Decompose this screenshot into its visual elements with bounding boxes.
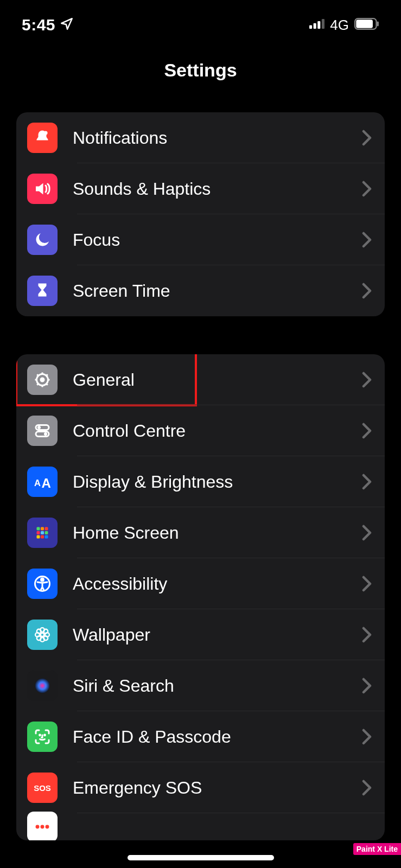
chevron-right-icon xyxy=(362,130,372,146)
row-label: General xyxy=(73,370,362,390)
settings-row-sounds[interactable]: Sounds & Haptics xyxy=(16,163,385,214)
chevron-right-icon xyxy=(362,729,372,745)
svg-rect-27 xyxy=(37,531,40,534)
chevron-right-icon xyxy=(362,423,372,439)
row-label: Siri & Search xyxy=(73,676,362,696)
accessibility-icon xyxy=(27,569,58,599)
settings-row-wallpaper[interactable]: Wallpaper xyxy=(16,609,385,660)
row-label: Control Centre xyxy=(73,421,362,441)
row-label: Sounds & Haptics xyxy=(73,179,362,199)
svg-rect-1 xyxy=(314,23,316,29)
row-label: Emergency SOS xyxy=(73,778,362,798)
svg-rect-3 xyxy=(322,19,324,29)
svg-point-46 xyxy=(44,735,46,736)
row-label: Accessibility xyxy=(73,574,362,594)
row-label: Focus xyxy=(73,230,362,250)
chevron-right-icon xyxy=(362,627,372,643)
page-title: Settings xyxy=(0,60,401,81)
settings-row-home-screen[interactable]: Home Screen xyxy=(16,507,385,558)
status-left: 5:45 xyxy=(22,16,74,34)
watermark: Paint X Lite xyxy=(353,843,401,855)
settings-group-1: Notifications Sounds & Haptics Focus Scr… xyxy=(16,112,385,316)
settings-row-partial[interactable] xyxy=(16,813,385,840)
svg-rect-6 xyxy=(377,22,379,27)
chevron-right-icon xyxy=(362,232,372,248)
row-label: Wallpaper xyxy=(73,625,362,645)
settings-row-control-centre[interactable]: Control Centre xyxy=(16,405,385,456)
network-label: 4G xyxy=(330,17,349,34)
settings-row-sos[interactable]: SOS Emergency SOS xyxy=(16,762,385,813)
chevron-right-icon xyxy=(362,283,372,299)
svg-point-43 xyxy=(43,636,48,640)
svg-point-40 xyxy=(37,629,41,634)
moon-icon xyxy=(27,225,58,255)
row-label: Home Screen xyxy=(73,523,362,543)
exposure-icon xyxy=(27,812,58,840)
status-right: 4G xyxy=(309,17,379,34)
settings-row-faceid[interactable]: Face ID & Passcode xyxy=(16,711,385,762)
row-label: Face ID & Passcode xyxy=(73,727,362,747)
settings-row-accessibility[interactable]: Accessibility xyxy=(16,558,385,609)
text-size-icon: AA xyxy=(27,467,58,497)
settings-row-notifications[interactable]: Notifications xyxy=(16,112,385,163)
chevron-right-icon xyxy=(362,372,372,388)
faceid-icon xyxy=(27,722,58,752)
siri-icon xyxy=(27,671,58,701)
svg-point-49 xyxy=(41,825,44,829)
settings-row-siri[interactable]: Siri & Search xyxy=(16,660,385,711)
svg-rect-28 xyxy=(41,531,44,534)
svg-point-19 xyxy=(37,426,41,429)
settings-group-2: General Control Centre AA Display & Brig… xyxy=(16,354,385,840)
svg-point-50 xyxy=(46,825,49,829)
svg-rect-2 xyxy=(318,21,321,29)
row-label: Notifications xyxy=(73,128,362,148)
clock: 5:45 xyxy=(22,16,55,34)
chevron-right-icon xyxy=(362,678,372,694)
svg-text:SOS: SOS xyxy=(34,783,51,793)
settings-row-general[interactable]: General xyxy=(16,354,385,405)
cellular-signal-icon xyxy=(309,19,324,31)
svg-rect-30 xyxy=(37,535,40,539)
svg-rect-5 xyxy=(356,20,373,28)
settings-row-screen-time[interactable]: Screen Time xyxy=(16,265,385,316)
svg-point-7 xyxy=(43,131,47,135)
svg-point-45 xyxy=(40,735,41,736)
sos-icon: SOS xyxy=(27,773,58,803)
battery-icon xyxy=(354,18,379,32)
speaker-icon xyxy=(27,174,58,204)
apps-grid-icon xyxy=(27,518,58,548)
svg-text:A: A xyxy=(34,478,41,488)
svg-point-42 xyxy=(37,636,41,640)
svg-rect-25 xyxy=(41,527,44,531)
toggles-icon xyxy=(27,416,58,446)
svg-point-48 xyxy=(36,825,40,829)
svg-rect-32 xyxy=(45,535,48,539)
settings-row-focus[interactable]: Focus xyxy=(16,214,385,265)
svg-rect-26 xyxy=(45,527,48,531)
chevron-right-icon xyxy=(362,474,372,490)
chevron-right-icon xyxy=(362,181,372,197)
status-bar: 5:45 4G xyxy=(0,0,401,43)
row-label: Screen Time xyxy=(73,281,362,301)
settings-row-display[interactable]: AA Display & Brightness xyxy=(16,456,385,507)
hourglass-icon xyxy=(27,276,58,306)
row-label: Display & Brightness xyxy=(73,472,362,492)
svg-rect-31 xyxy=(41,535,44,539)
svg-rect-24 xyxy=(37,527,40,531)
gear-icon xyxy=(27,365,58,395)
bell-icon xyxy=(27,123,58,153)
header: Settings xyxy=(0,43,401,96)
chevron-right-icon xyxy=(362,780,372,796)
svg-point-41 xyxy=(43,629,48,634)
flower-icon xyxy=(27,620,58,650)
svg-point-35 xyxy=(41,633,44,637)
svg-point-34 xyxy=(41,578,44,581)
svg-point-9 xyxy=(41,378,44,381)
svg-point-44 xyxy=(35,679,50,693)
location-icon xyxy=(60,17,74,33)
svg-point-21 xyxy=(44,432,47,436)
home-indicator[interactable] xyxy=(128,855,274,860)
chevron-right-icon xyxy=(362,576,372,592)
chevron-right-icon xyxy=(362,525,372,541)
svg-rect-0 xyxy=(309,25,312,29)
